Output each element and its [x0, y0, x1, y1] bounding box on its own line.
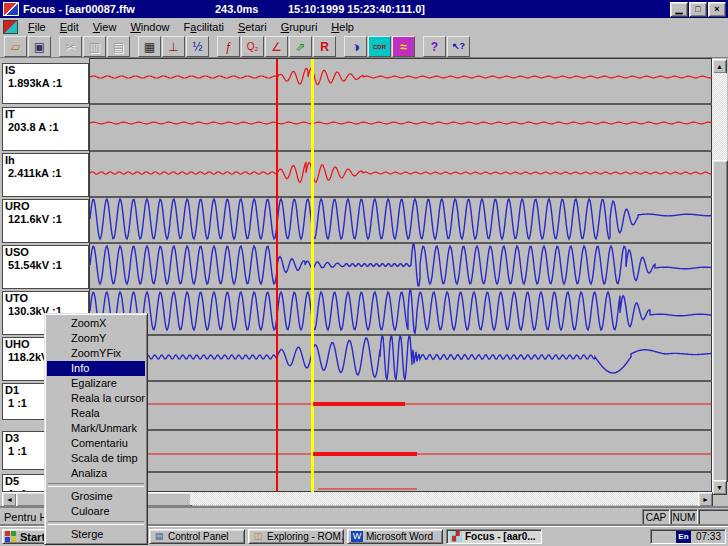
copy-button: ▥ [83, 36, 106, 57]
menu-edit[interactable]: Edit [53, 20, 86, 34]
menu-setari[interactable]: Setari [231, 20, 274, 34]
waveform-trace-IS [90, 69, 712, 85]
row-separator [90, 150, 712, 152]
menu-view[interactable]: View [86, 20, 124, 34]
waveform-trace-Ih [90, 162, 712, 182]
derivative-button[interactable]: ⇗ [289, 36, 312, 57]
taskbar-button-label: Focus - [aar0... [465, 531, 536, 542]
context-menu-item-reala[interactable]: Reala [47, 406, 145, 421]
save-icon: ▣ [34, 41, 45, 53]
taskbar-button-label: Exploring - ROM... [267, 531, 344, 542]
mdi-document-icon[interactable] [3, 20, 18, 34]
taskbar-button-label: Microsoft Word [366, 531, 433, 542]
context-menu-item-culoare[interactable]: Culoare [47, 504, 145, 519]
wave-color-button[interactable]: ≈ [392, 36, 415, 57]
r-analysis-button[interactable]: R [313, 36, 336, 57]
word-icon: W [351, 531, 363, 542]
channel-scale-value: 1.893kA :1 [3, 77, 88, 90]
scale-tool-button[interactable]: ⊥ [162, 36, 185, 57]
menu-grupuri[interactable]: Grupuri [274, 20, 325, 34]
focus-icon: ▞ [450, 531, 462, 542]
context-menu-item-sterge[interactable]: Sterge [47, 527, 145, 542]
channel-scale-value: 121.6kV :1 [3, 213, 88, 226]
taskbar-button-control-panel[interactable]: ▤Control Panel [149, 529, 245, 544]
context-menu-item-scala-de-timp[interactable]: Scala de timp [47, 451, 145, 466]
channel-name: IS [3, 64, 88, 77]
paste-icon: ▤ [113, 41, 124, 53]
title-bar: Focus - [aar00087.ffw 243.0ms 15:10:1999… [0, 0, 728, 18]
channel-name: USO [3, 246, 88, 259]
context-menu-separator [48, 521, 144, 525]
slope-icon: ∠ [271, 41, 282, 53]
taskbar-button-explorer[interactable]: ◫Exploring - ROM... [248, 529, 344, 544]
cdr-button[interactable]: CDR [368, 36, 391, 57]
menu-help[interactable]: Help [324, 20, 361, 34]
context-menu-item-grosime[interactable]: Grosime [47, 489, 145, 504]
function-icon: ƒ [225, 41, 232, 53]
screen: Focus - [aar00087.ffw 243.0ms 15:10:1999… [0, 0, 728, 546]
open-button[interactable]: ▱ [4, 36, 27, 57]
record-timestamp: 15:10:1999 15:23:40:111.0] [288, 3, 425, 15]
function-button[interactable]: ƒ [217, 36, 240, 57]
taskbar-clock: 07:33 [696, 531, 721, 542]
scroll-up-button[interactable]: ▲ [712, 59, 727, 74]
menu-facilitati[interactable]: Facilitati [177, 20, 231, 34]
r-analysis-icon: R [320, 41, 329, 53]
half-scale-icon: ½ [192, 41, 202, 53]
channel-label-Ih[interactable]: Ih2.411kA :1 [2, 153, 89, 197]
save-button[interactable]: ▣ [28, 36, 51, 57]
vertical-scroll-thumb[interactable] [712, 160, 728, 482]
context-menu-item-zoomx[interactable]: ZoomX [47, 316, 145, 331]
waveform-trace-IT [90, 122, 712, 124]
menu-window[interactable]: Window [123, 20, 176, 34]
taskbar-button-word[interactable]: WMicrosoft Word [347, 529, 443, 544]
context-menu-item-zoomyfix[interactable]: ZoomYFix [47, 346, 145, 361]
context-menu-item-mark-unmark[interactable]: Mark/Unmark [47, 421, 145, 436]
minimize-button[interactable]: ▁ [670, 2, 688, 17]
menu-bar: FileEditViewWindowFacilitatiSetariGrupur… [0, 18, 728, 37]
context-menu-item-egalizare[interactable]: Egalizare [47, 376, 145, 391]
vertical-scrollbar[interactable]: ▲ ▼ [712, 59, 727, 493]
channel-label-IT[interactable]: IT203.8 A :1 [2, 107, 89, 151]
context-menu-item-info[interactable]: Info [47, 361, 145, 376]
context-menu-item-reala-la-cursor[interactable]: Reala la cursor [47, 391, 145, 406]
row-separator [90, 196, 712, 198]
context-menu-item-analiza[interactable]: Analiza [47, 466, 145, 481]
print-icon: ▦ [144, 41, 155, 53]
scroll-left-button[interactable]: ◄ [2, 492, 17, 507]
language-indicator[interactable]: En [676, 531, 691, 543]
scroll-down-button[interactable]: ▼ [712, 480, 727, 495]
channel-label-USO[interactable]: USO51.54kV :1 [2, 245, 89, 289]
context-menu-item-zoomy[interactable]: ZoomY [47, 331, 145, 346]
context-menu-item-comentariu[interactable]: Comentariu [47, 436, 145, 451]
row-separator [90, 242, 712, 244]
red-cursor-line[interactable] [276, 59, 278, 492]
menu-file[interactable]: File [21, 20, 53, 34]
half-scale-button[interactable]: ½ [186, 36, 209, 57]
yellow-cursor-line[interactable] [311, 59, 314, 492]
horizontal-scroll-track[interactable] [190, 492, 698, 505]
cut-icon: ✂ [65, 41, 75, 53]
context-help-button[interactable]: ↖? [447, 36, 470, 57]
cut-button: ✂ [59, 36, 82, 57]
start-label: Start [20, 531, 45, 543]
sphere-view-button[interactable]: ◑ [344, 36, 367, 57]
print-button[interactable]: ▦ [138, 36, 161, 57]
taskbar-button-focus[interactable]: ▞Focus - [aar0... [446, 529, 542, 544]
channel-name: URO [3, 200, 88, 213]
scroll-right-button[interactable]: ► [698, 492, 713, 507]
app-icon[interactable] [3, 2, 19, 16]
slope-button[interactable]: ∠ [265, 36, 288, 57]
vertical-scroll-track[interactable] [712, 73, 727, 160]
waveform-plot[interactable] [90, 59, 712, 492]
q-factor-button[interactable]: Q₂ [241, 36, 264, 57]
wave-color-icon: ≈ [400, 41, 407, 53]
channel-label-IS[interactable]: IS1.893kA :1 [2, 63, 89, 104]
channel-scale-value: 51.54kV :1 [3, 259, 88, 272]
help-button[interactable]: ? [423, 36, 446, 57]
channel-label-URO[interactable]: URO121.6kV :1 [2, 199, 89, 243]
restore-button[interactable]: □ [689, 2, 707, 17]
row-separator [90, 429, 712, 431]
close-button[interactable]: × [708, 2, 726, 17]
row-separator [90, 103, 712, 105]
